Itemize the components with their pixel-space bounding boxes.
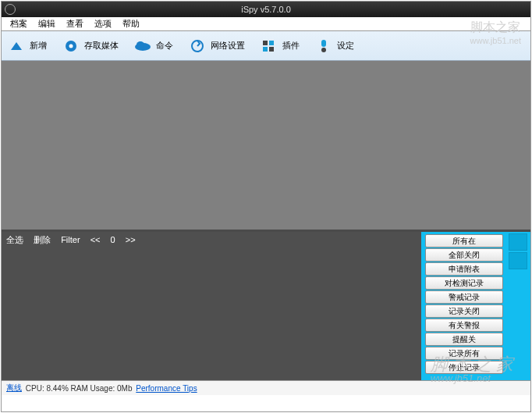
- side-stop-record[interactable]: 停止记录: [425, 361, 503, 374]
- status-cpu: CPU: 8.44% RAM Usage: 0Mb: [26, 384, 133, 393]
- plugin-icon: [261, 39, 278, 53]
- svg-rect-7: [269, 41, 274, 45]
- svg-point-2: [69, 44, 73, 48]
- menu-help[interactable]: 帮助: [117, 17, 145, 30]
- svg-rect-6: [263, 41, 268, 45]
- thumb-box[interactable]: [509, 233, 527, 251]
- filter-label: Filter: [61, 235, 80, 244]
- side-detect-record[interactable]: 对检测记录: [425, 276, 503, 290]
- page-prev[interactable]: <<: [90, 235, 101, 244]
- svg-rect-10: [321, 40, 326, 47]
- toolbar-command[interactable]: 命令: [134, 39, 173, 53]
- menu-view[interactable]: 查看: [61, 17, 89, 30]
- svg-point-11: [321, 48, 326, 52]
- side-apply-schedule[interactable]: 申请附表: [425, 262, 503, 276]
- lower-panel: 全选 删除 Filter << 0 >> 所有在 全部关闭 申请附表 对检测记录…: [2, 232, 530, 380]
- side-all-off[interactable]: 全部关闭: [425, 248, 503, 262]
- svg-point-4: [137, 41, 144, 48]
- side-all-on[interactable]: 所有在: [425, 234, 503, 247]
- disc-icon: [62, 39, 80, 53]
- side-record-off[interactable]: 记录关闭: [425, 304, 503, 318]
- svg-rect-9: [269, 47, 274, 52]
- add-icon: [8, 39, 25, 53]
- cloud-icon: [134, 39, 151, 53]
- toolbar-web[interactable]: 网络设置: [189, 39, 245, 53]
- side-related-alerts[interactable]: 有关警报: [425, 319, 503, 332]
- status-offline-link[interactable]: 离线: [6, 383, 22, 393]
- menu-file[interactable]: 档案: [5, 17, 33, 30]
- page-next[interactable]: >>: [126, 235, 136, 244]
- svg-rect-8: [263, 47, 268, 52]
- toolbar-media[interactable]: 存取媒体: [62, 39, 119, 53]
- menu-edit[interactable]: 编辑: [33, 17, 61, 30]
- media-list-header: 全选 删除 Filter << 0 >>: [2, 232, 421, 380]
- delete-link[interactable]: 删除: [34, 235, 51, 244]
- action-sidebar: 所有在 全部关闭 申请附表 对检测记录 警戒记录 记录关闭 有关警报 提醒关 记…: [421, 232, 530, 380]
- menu-options[interactable]: 选项: [89, 17, 117, 30]
- app-icon: [5, 4, 16, 15]
- toolbar-settings[interactable]: 设定: [315, 39, 354, 53]
- camera-viewport: [2, 61, 530, 230]
- side-remind-off[interactable]: 提醒关: [425, 333, 503, 346]
- thumb-box[interactable]: [509, 252, 527, 269]
- page-count: 0: [111, 235, 115, 244]
- side-record-all[interactable]: 记录所有: [425, 347, 503, 360]
- menu-bar: 档案 编辑 查看 选项 帮助: [2, 17, 530, 31]
- toolbar-new[interactable]: 新增: [8, 39, 47, 53]
- toolbar: 新增 存取媒体 命令 网络设置 插件 设定: [2, 31, 530, 61]
- svg-marker-0: [11, 42, 22, 50]
- globe-icon: [189, 39, 206, 53]
- sidebar-thumb-column: [507, 232, 529, 271]
- side-alert-record[interactable]: 警戒记录: [425, 290, 503, 304]
- title-bar: iSpy v5.7.0.0: [2, 2, 530, 17]
- status-tips-link[interactable]: Performance Tips: [136, 384, 197, 393]
- settings-icon: [315, 39, 332, 53]
- toolbar-plugin[interactable]: 插件: [261, 39, 300, 53]
- window-title: iSpy v5.7.0.0: [241, 5, 291, 14]
- select-all-link[interactable]: 全选: [6, 235, 23, 244]
- status-bar: 离线 CPU: 8.44% RAM Usage: 0Mb Performance…: [2, 380, 530, 395]
